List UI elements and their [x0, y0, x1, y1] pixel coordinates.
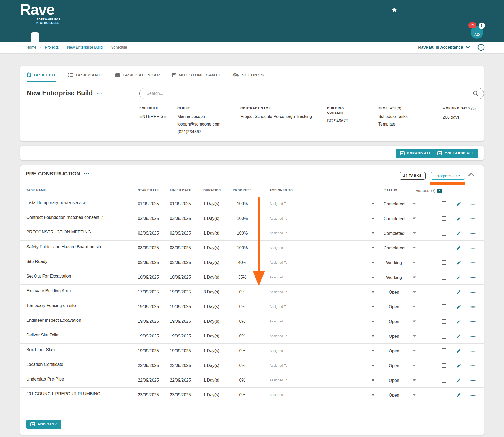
row-menu-icon[interactable]: •••: [470, 334, 476, 338]
task-status[interactable]: Open: [377, 393, 411, 398]
visible-checkbox[interactable]: [442, 275, 446, 280]
assigned-to-field[interactable]: Assigned To: [270, 364, 287, 367]
status-caret-icon[interactable]: [372, 379, 374, 381]
status-caret-icon[interactable]: [372, 232, 374, 234]
edit-task-icon[interactable]: [456, 245, 461, 250]
task-status[interactable]: Open: [377, 319, 411, 324]
visible-checkbox[interactable]: [442, 319, 446, 324]
assigned-to-field[interactable]: Assigned To: [270, 378, 287, 382]
template-link[interactable]: Schedule Tasks Template: [378, 113, 418, 128]
status-dropdown-icon[interactable]: [413, 262, 416, 263]
edit-task-icon[interactable]: [456, 334, 461, 339]
subnav-item[interactable]: [86, 32, 94, 42]
status-caret-icon[interactable]: [372, 247, 374, 249]
assigned-to-field[interactable]: Assigned To: [270, 393, 287, 397]
assigned-to-field[interactable]: Assigned To: [270, 246, 287, 250]
task-status[interactable]: Open: [377, 304, 411, 309]
visible-checkbox[interactable]: [442, 201, 446, 206]
edit-task-icon[interactable]: [456, 260, 461, 265]
subnav-item[interactable]: [23, 32, 31, 42]
assigned-to-field[interactable]: Assigned To: [270, 217, 287, 220]
subnav-item[interactable]: [102, 32, 110, 42]
search-input[interactable]: [139, 88, 484, 99]
task-status[interactable]: Open: [377, 348, 411, 353]
visible-checkbox[interactable]: [442, 290, 446, 294]
visible-checkbox[interactable]: [442, 304, 446, 309]
rave-logo[interactable]: Rave SOFTWARE FOR KIWI BUILDERS: [20, 2, 61, 25]
collapse-all-button[interactable]: − COLLAPSE ALL: [433, 149, 478, 158]
row-menu-icon[interactable]: •••: [470, 275, 476, 279]
search-icon[interactable]: [473, 91, 479, 96]
edit-task-icon[interactable]: [456, 216, 461, 221]
tab-settings[interactable]: ⚙⚙ SETTINGS: [233, 72, 264, 82]
section-progress-button[interactable]: Progress 30%: [431, 172, 465, 180]
assigned-to-field[interactable]: Assigned To: [270, 334, 287, 338]
status-dropdown-icon[interactable]: [413, 394, 416, 396]
assigned-to-field[interactable]: Assigned To: [270, 261, 287, 264]
edit-task-icon[interactable]: [456, 348, 461, 353]
row-menu-icon[interactable]: •••: [470, 201, 476, 206]
status-dropdown-icon[interactable]: [413, 247, 416, 249]
row-menu-icon[interactable]: •••: [470, 363, 476, 368]
assigned-to-field[interactable]: Assigned To: [270, 290, 287, 294]
history-clock-icon[interactable]: [477, 44, 485, 51]
status-dropdown-icon[interactable]: [413, 217, 416, 219]
status-dropdown-icon[interactable]: [413, 291, 416, 293]
expand-all-button[interactable]: + EXPAND ALL: [396, 149, 436, 158]
visible-checkbox[interactable]: [442, 348, 446, 353]
row-menu-icon[interactable]: •••: [470, 348, 476, 353]
status-caret-icon[interactable]: [372, 335, 374, 337]
assigned-to-field[interactable]: Assigned To: [270, 231, 287, 235]
status-caret-icon[interactable]: [372, 394, 374, 396]
task-status[interactable]: Completed: [377, 201, 411, 206]
subnav-item[interactable]: [94, 32, 102, 42]
task-status[interactable]: Open: [377, 378, 411, 383]
status-caret-icon[interactable]: [372, 277, 374, 278]
add-task-button[interactable]: + ADD TASK: [26, 420, 61, 429]
edit-task-icon[interactable]: [456, 304, 461, 309]
row-menu-icon[interactable]: •••: [470, 319, 476, 324]
section-menu-icon[interactable]: •••: [84, 171, 90, 176]
edit-task-icon[interactable]: [456, 393, 461, 398]
status-dropdown-icon[interactable]: [413, 203, 416, 205]
subnav-item[interactable]: [78, 32, 86, 42]
visible-checkbox[interactable]: [442, 231, 446, 236]
task-status[interactable]: Open: [377, 363, 411, 368]
edit-task-icon[interactable]: [456, 289, 461, 294]
status-caret-icon[interactable]: [372, 350, 374, 352]
edit-task-icon[interactable]: [456, 363, 461, 368]
row-menu-icon[interactable]: •••: [470, 246, 476, 250]
schedule-context-selector[interactable]: Rave Build Acceptance: [418, 42, 470, 53]
status-dropdown-icon[interactable]: [413, 306, 416, 308]
row-menu-icon[interactable]: •••: [470, 260, 476, 265]
status-dropdown-icon[interactable]: [413, 232, 416, 234]
status-caret-icon[interactable]: [372, 321, 374, 322]
visible-checkbox[interactable]: [442, 246, 446, 250]
edit-task-icon[interactable]: [456, 378, 461, 383]
status-caret-icon[interactable]: [372, 218, 374, 219]
visible-checkbox[interactable]: [442, 393, 446, 397]
visible-checkbox[interactable]: [442, 363, 446, 368]
row-menu-icon[interactable]: •••: [470, 231, 476, 235]
assigned-to-field[interactable]: Assigned To: [270, 275, 287, 279]
edit-task-icon[interactable]: [456, 319, 461, 324]
task-status[interactable]: Open: [377, 289, 411, 294]
subnav-item[interactable]: [70, 32, 78, 42]
row-menu-icon[interactable]: •••: [470, 304, 476, 309]
tab-milestone-gantt[interactable]: MILESTONE GANTT: [172, 72, 221, 82]
status-dropdown-icon[interactable]: [413, 379, 416, 381]
home-icon[interactable]: [392, 8, 397, 12]
status-dropdown-icon[interactable]: [413, 276, 416, 278]
edit-task-icon[interactable]: [456, 275, 461, 280]
status-caret-icon[interactable]: [372, 306, 374, 308]
subnav-item[interactable]: [55, 32, 62, 42]
subnav-item[interactable]: [110, 32, 118, 42]
visible-all-checkbox[interactable]: ✓: [437, 189, 442, 193]
task-status[interactable]: Working: [377, 275, 411, 280]
subnav-item[interactable]: [39, 32, 47, 42]
subnav-item[interactable]: [62, 32, 70, 42]
subnav-item[interactable]: [31, 32, 39, 42]
task-status[interactable]: Working: [377, 260, 411, 265]
task-status[interactable]: Completed: [377, 216, 411, 221]
notification-badge[interactable]: 29: [468, 22, 476, 28]
